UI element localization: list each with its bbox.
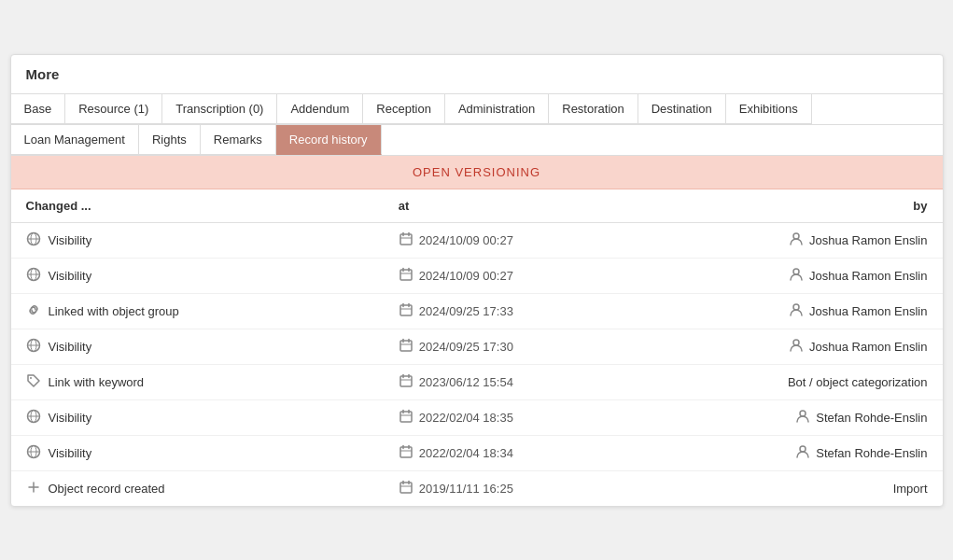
table-row: Visibility 2024/10/09 00:27 Joshua Ramon… [11,258,943,293]
cell-at-3: 2024/09/25 17:30 [384,329,663,364]
svg-rect-16 [400,305,412,315]
at-text-2: 2024/09/25 17:33 [419,304,513,318]
row-icon-7 [26,480,41,497]
tab-row1-8[interactable]: Exhibitions [726,94,812,124]
cell-changed-6: Visibility [11,435,384,470]
calendar-icon-6 [399,444,413,462]
cell-changed-1: Visibility [11,258,384,293]
col-header-by: by [663,189,942,223]
svg-point-41 [800,411,806,416]
changed-icon-4: Link with keyword [26,373,145,391]
at-text-6: 2022/02/04 18:34 [419,446,513,460]
row-icon-6 [26,444,41,462]
cell-at-0: 2024/10/09 00:27 [384,222,663,258]
by-cell-3: Joshua Ramon Enslin [789,338,927,356]
user-icon-2 [789,302,804,320]
svg-rect-52 [400,483,412,493]
row-icon-4 [26,373,41,391]
by-cell-1: Joshua Ramon Enslin [789,267,927,285]
changed-text-4: Link with keyword [49,375,145,389]
changed-text-5: Visibility [49,411,92,425]
cell-at-6: 2022/02/04 18:34 [384,435,663,470]
cell-at-4: 2023/06/12 15:54 [384,364,663,399]
changed-text-1: Visibility [49,269,92,283]
tab-row2-2[interactable]: Remarks [201,125,276,155]
row-icon-2 [26,302,41,320]
svg-point-29 [30,377,32,379]
user-icon-6 [795,444,810,462]
versioning-banner: OPEN VERSIONING [11,156,943,189]
at-text-3: 2024/09/25 17:30 [419,340,513,354]
changed-text-0: Visibility [49,233,92,247]
calendar-icon-7 [399,480,413,497]
by-text-2: Joshua Ramon Enslin [809,304,927,318]
user-icon-5 [795,409,810,427]
header-title: More [26,66,60,82]
at-cell-7: 2019/11/11 16:25 [399,480,513,497]
svg-rect-45 [400,447,412,457]
by-text-5: Stefan Rohde-Enslin [816,411,927,425]
changed-text-7: Object record created [49,482,165,496]
row-icon-3 [26,338,41,356]
tab-row1-5[interactable]: Administration [445,94,549,124]
by-cell-6: Stefan Rohde-Enslin [795,444,927,462]
cell-changed-7: Object record created [11,470,384,506]
by-text-3: Joshua Ramon Enslin [809,340,927,354]
tab-row2-0[interactable]: Loan Management [11,125,139,155]
changed-icon-0: Visibility [26,231,92,249]
at-cell-6: 2022/02/04 18:34 [399,444,513,462]
tab-row1-7[interactable]: Destination [638,94,726,124]
calendar-icon-0 [399,231,413,249]
changed-icon-2: Linked with object group [26,302,179,320]
cell-by-0: Joshua Ramon Enslin [663,222,942,258]
table-row: Link with keyword 2023/06/12 15:54 Bot /… [11,364,943,399]
cell-by-6: Stefan Rohde-Enslin [663,435,942,470]
calendar-icon-4 [399,373,413,391]
tab-row1-1[interactable]: Resource (1) [65,94,162,124]
svg-point-28 [793,340,799,345]
by-cell-2: Joshua Ramon Enslin [789,302,927,320]
changed-text-6: Visibility [49,446,92,460]
tab-row2-3[interactable]: Record history [276,125,382,155]
tab-row2-1[interactable]: Rights [139,125,201,155]
changed-icon-7: Object record created [26,480,165,497]
cell-at-2: 2024/09/25 17:33 [384,293,663,329]
user-icon-0 [789,231,804,249]
svg-point-7 [793,233,799,239]
cell-at-7: 2019/11/11 16:25 [384,470,663,506]
tab-row1-0[interactable]: Base [11,94,66,124]
row-icon-1 [26,267,41,285]
cell-changed-3: Visibility [11,329,384,364]
cell-at-1: 2024/10/09 00:27 [384,258,663,293]
row-icon-5 [26,409,41,427]
svg-rect-37 [400,412,412,422]
at-text-7: 2019/11/11 16:25 [419,482,513,496]
changed-icon-5: Visibility [26,409,92,427]
calendar-icon-1 [399,267,413,285]
cell-by-7: Import [663,470,942,506]
cell-at-5: 2022/02/04 18:35 [384,399,663,435]
table-row: Linked with object group 2024/09/25 17:3… [11,293,943,329]
changed-icon-6: Visibility [26,444,92,462]
content-area: OPEN VERSIONING Changed ... at by Visibi… [11,156,943,506]
changed-text-3: Visibility [49,340,92,354]
tabs-row-1: BaseResource (1)Transcription (0)Addendu… [11,94,943,125]
user-icon-3 [789,338,804,356]
tab-row1-6[interactable]: Restoration [549,94,638,124]
svg-rect-30 [400,376,412,386]
tab-row1-4[interactable]: Reception [363,94,445,124]
cell-by-4: Bot / object categorization [663,364,942,399]
by-text-7: Import [893,482,928,496]
by-text-0: Joshua Ramon Enslin [809,233,927,247]
cell-changed-0: Visibility [11,222,384,258]
by-text-1: Joshua Ramon Enslin [809,269,927,283]
col-header-at: at [384,189,663,223]
calendar-icon-3 [399,338,413,356]
row-icon-0 [26,231,41,249]
svg-rect-3 [400,234,412,245]
tab-row1-2[interactable]: Transcription (0) [162,94,277,124]
tab-row1-3[interactable]: Addendum [277,94,363,124]
cell-by-5: Stefan Rohde-Enslin [663,399,942,435]
table-row: Object record created 2019/11/11 16:25 I… [11,470,943,506]
cell-changed-2: Linked with object group [11,293,384,329]
